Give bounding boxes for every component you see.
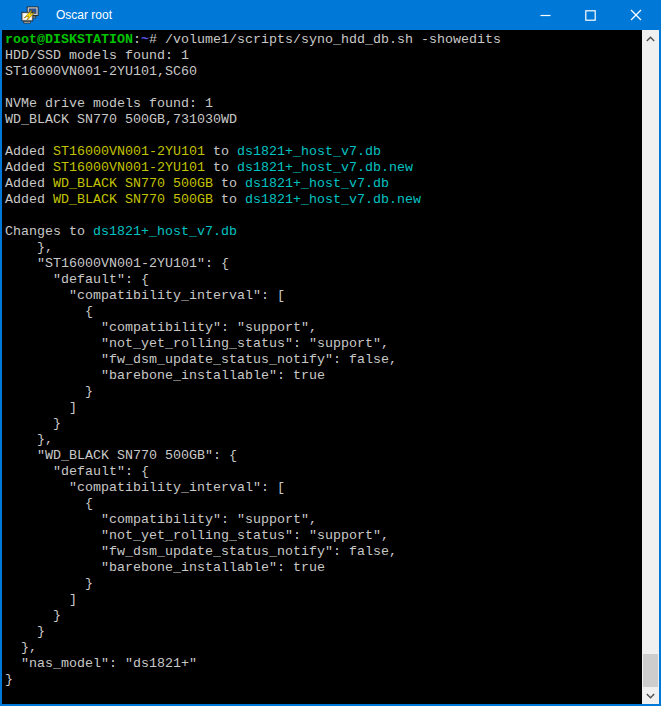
terminal-line: Added ST16000VN001-2YU101 to ds1821+_hos… bbox=[5, 144, 642, 160]
terminal-line: Changes to ds1821+_host_v7.db bbox=[5, 224, 642, 240]
terminal-text-segment: "compatibility_interval": [ bbox=[5, 288, 285, 303]
terminal-line: "barebone_installable": true bbox=[5, 560, 642, 576]
terminal-text-segment: root@DISKSTATION bbox=[5, 32, 133, 47]
terminal-line: { bbox=[5, 496, 642, 512]
terminal-line: "compatibility_interval": [ bbox=[5, 480, 642, 496]
terminal-line: ] bbox=[5, 592, 642, 608]
putty-window: Oscar root root@DISKSTATION:~# /volume1/… bbox=[0, 0, 661, 706]
terminal-text-segment: "ST16000VN001-2YU101": { bbox=[5, 256, 229, 271]
terminal-line: }, bbox=[5, 640, 642, 656]
scroll-up-button[interactable] bbox=[642, 30, 659, 47]
terminal-line: "not_yet_rolling_status": "support", bbox=[5, 336, 642, 352]
terminal-line: "WD_BLACK SN770 500GB": { bbox=[5, 448, 642, 464]
terminal-text-segment: "barebone_installable": true bbox=[5, 560, 325, 575]
terminal-line: "default": { bbox=[5, 272, 642, 288]
terminal-line: } bbox=[5, 384, 642, 400]
terminal-text-segment: # /volume1/scripts/syno_hdd_db.sh -showe… bbox=[149, 32, 501, 47]
terminal-line: } bbox=[5, 576, 642, 592]
terminal-text-segment: "fw_dsm_update_status_notify": false, bbox=[5, 352, 397, 367]
terminal-line: "fw_dsm_update_status_notify": false, bbox=[5, 352, 642, 368]
terminal-text-segment: "not_yet_rolling_status": "support", bbox=[5, 528, 389, 543]
terminal-line: Added ST16000VN001-2YU101 to ds1821+_hos… bbox=[5, 160, 642, 176]
maximize-button[interactable] bbox=[568, 0, 613, 30]
terminal-text-segment: ds1821+_host_v7.db bbox=[245, 176, 389, 191]
terminal-text-segment: ds1821+_host_v7.db.new bbox=[245, 192, 421, 207]
terminal-line: "fw_dsm_update_status_notify": false, bbox=[5, 544, 642, 560]
terminal-text-segment: "compatibility": "support", bbox=[5, 320, 317, 335]
terminal-text-segment: "compatibility": "support", bbox=[5, 512, 317, 527]
terminal-text-segment: ds1821+_host_v7.db bbox=[237, 144, 381, 159]
terminal-line: "compatibility": "support", bbox=[5, 320, 642, 336]
maximize-icon bbox=[585, 10, 596, 21]
terminal-text-segment: } bbox=[5, 624, 45, 639]
minimize-icon bbox=[540, 10, 551, 21]
terminal-text-segment: ST16000VN001-2YU101,SC60 bbox=[5, 64, 197, 79]
terminal-line bbox=[5, 208, 642, 224]
terminal-line: "nas_model": "ds1821+" bbox=[5, 656, 642, 672]
terminal-text-segment: } bbox=[5, 416, 61, 431]
terminal-line: NVMe drive models found: 1 bbox=[5, 96, 642, 112]
terminal-text-segment: "nas_model": "ds1821+" bbox=[5, 656, 197, 671]
terminal-line bbox=[5, 80, 642, 96]
terminal-line: root@DISKSTATION:~# /volume1/scripts/syn… bbox=[5, 32, 642, 48]
close-button[interactable] bbox=[613, 0, 658, 30]
terminal-text-segment: ~ bbox=[141, 32, 149, 47]
terminal-line: Added WD_BLACK SN770 500GB to ds1821+_ho… bbox=[5, 176, 642, 192]
close-icon bbox=[630, 9, 642, 21]
terminal-text-segment: WD_BLACK SN770 500GB bbox=[53, 192, 213, 207]
terminal-text-segment: ds1821+_host_v7.db.new bbox=[237, 160, 413, 175]
scrollbar[interactable] bbox=[642, 30, 659, 704]
terminal-text-segment: "default": { bbox=[5, 272, 149, 287]
terminal-output[interactable]: root@DISKSTATION:~# /volume1/scripts/syn… bbox=[2, 30, 642, 704]
terminal-line: { bbox=[5, 304, 642, 320]
terminal-text-segment: WD_BLACK SN770 500GB,731030WD bbox=[5, 112, 237, 127]
terminal-line: "compatibility_interval": [ bbox=[5, 288, 642, 304]
terminal-text-segment: "compatibility_interval": [ bbox=[5, 480, 285, 495]
terminal-text-segment: } bbox=[5, 608, 61, 623]
terminal-text-segment: to bbox=[205, 160, 237, 175]
terminal-text-segment: ] bbox=[5, 592, 77, 607]
chevron-down-icon bbox=[646, 693, 655, 699]
terminal-text-segment: Added bbox=[5, 176, 53, 191]
putty-app-icon[interactable] bbox=[21, 6, 39, 24]
terminal-text-segment: "not_yet_rolling_status": "support", bbox=[5, 336, 389, 351]
terminal-text-segment: ] bbox=[5, 400, 77, 415]
scrollbar-thumb[interactable] bbox=[643, 654, 658, 687]
terminal-text-segment: Added bbox=[5, 160, 53, 175]
terminal-text-segment: }, bbox=[5, 640, 37, 655]
terminal-text-segment: } bbox=[5, 384, 93, 399]
terminal-line: } bbox=[5, 608, 642, 624]
terminal-text-segment: Added bbox=[5, 192, 53, 207]
terminal-text-segment: }, bbox=[5, 240, 53, 255]
scroll-down-button[interactable] bbox=[642, 687, 659, 704]
minimize-button[interactable] bbox=[523, 0, 568, 30]
terminal-text-segment: "default": { bbox=[5, 464, 149, 479]
terminal-line: "ST16000VN001-2YU101": { bbox=[5, 256, 642, 272]
terminal-text-segment: "WD_BLACK SN770 500GB": { bbox=[5, 448, 237, 463]
terminal-text-segment: to bbox=[213, 176, 245, 191]
scrollbar-track[interactable] bbox=[642, 47, 659, 687]
terminal-text-segment: to bbox=[213, 192, 245, 207]
terminal-text-segment: HDD/SSD models found: 1 bbox=[5, 48, 189, 63]
terminal-line: Added WD_BLACK SN770 500GB to ds1821+_ho… bbox=[5, 192, 642, 208]
window-title: Oscar root bbox=[56, 8, 523, 22]
terminal-line: "default": { bbox=[5, 464, 642, 480]
terminal-line: } bbox=[5, 624, 642, 640]
terminal-text-segment: ST16000VN001-2YU101 bbox=[53, 144, 205, 159]
terminal-line: } bbox=[5, 672, 642, 688]
window-controls bbox=[523, 0, 658, 30]
terminal-line: } bbox=[5, 416, 642, 432]
terminal-line: "not_yet_rolling_status": "support", bbox=[5, 528, 642, 544]
terminal-text-segment: "barebone_installable": true bbox=[5, 368, 325, 383]
terminal-text-segment: ds1821+_host_v7.db bbox=[93, 224, 237, 239]
terminal-line: }, bbox=[5, 240, 642, 256]
terminal-line bbox=[5, 128, 642, 144]
terminal-line: ST16000VN001-2YU101,SC60 bbox=[5, 64, 642, 80]
terminal-text-segment: Changes to bbox=[5, 224, 93, 239]
terminal-text-segment: { bbox=[5, 496, 93, 511]
titlebar[interactable]: Oscar root bbox=[0, 0, 661, 30]
terminal-line: WD_BLACK SN770 500GB,731030WD bbox=[5, 112, 642, 128]
terminal-text-segment: } bbox=[5, 672, 13, 687]
terminal-text-segment: to bbox=[205, 144, 237, 159]
terminal-text-segment: WD_BLACK SN770 500GB bbox=[53, 176, 213, 191]
